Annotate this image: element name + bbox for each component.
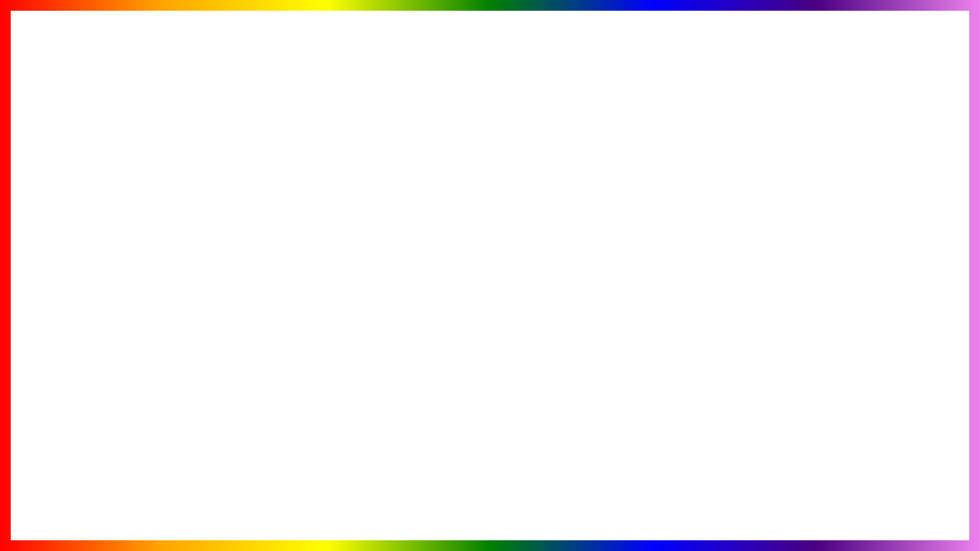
blue-sq-4 bbox=[914, 240, 925, 250]
following-stat: 0 Following bbox=[343, 82, 413, 98]
character-figure: THRASHER bbox=[76, 266, 290, 511]
following-count: 0 bbox=[343, 82, 351, 98]
profile-info: ⊞ SubTo_climber352 @climber352 47 Friend… bbox=[129, 26, 413, 98]
svg-point-26 bbox=[103, 407, 131, 429]
new-banner: NEW bbox=[927, 222, 969, 251]
svg-rect-13 bbox=[143, 297, 157, 339]
followers-label: Followers bbox=[253, 82, 312, 98]
svg-rect-12 bbox=[146, 278, 220, 305]
banner-line2: names!! bbox=[769, 63, 939, 112]
svg-point-9 bbox=[101, 99, 107, 105]
svg-text:THRASHER: THRASHER bbox=[165, 370, 221, 381]
modal-body: 16/20 Important: Your display name can o… bbox=[383, 220, 903, 420]
followers-stat: 177 Followers bbox=[226, 82, 312, 98]
character-svg: THRASHER bbox=[76, 266, 290, 511]
avatar-container bbox=[26, 26, 118, 118]
char-count: 16/20 bbox=[401, 282, 885, 294]
svg-rect-7 bbox=[93, 60, 101, 71]
svg-rect-15 bbox=[196, 306, 210, 316]
sidebar-grid bbox=[939, 50, 959, 70]
banner-line1: display bbox=[777, 16, 930, 66]
svg-rect-24 bbox=[230, 347, 267, 416]
stats-row: 47 Friends 177 Followers 0 Following bbox=[129, 82, 413, 98]
svg-rect-28 bbox=[149, 431, 183, 500]
blue-squares-decoration bbox=[901, 227, 925, 250]
blue-sq-1 bbox=[901, 227, 912, 237]
stat-divider-2 bbox=[327, 83, 328, 98]
modal-close-button[interactable]: × bbox=[875, 187, 885, 204]
svg-point-35 bbox=[779, 416, 874, 510]
modal-title: Change Display Name bbox=[401, 185, 570, 205]
display-name-row: ⊞ SubTo_climber352 bbox=[129, 26, 413, 54]
friends-count: 47 bbox=[129, 82, 145, 98]
cancel-button[interactable]: Cancel bbox=[650, 358, 760, 399]
svg-rect-29 bbox=[187, 431, 221, 500]
stat-divider-1 bbox=[210, 83, 211, 98]
svg-rect-19 bbox=[172, 334, 194, 347]
following-label: Following bbox=[354, 82, 413, 98]
blue-sq-2 bbox=[914, 227, 925, 237]
character-area: THRASHER Show Items bbox=[11, 237, 355, 540]
new-banner-text: NEW bbox=[936, 230, 961, 243]
display-name-icon: ⊞ bbox=[129, 28, 147, 53]
about-text: out bbox=[26, 191, 45, 207]
friends-stat: 47 Friends bbox=[129, 82, 194, 98]
sidebar-menu-icon[interactable] bbox=[938, 22, 959, 38]
important-notice: Important: Your display name can only be… bbox=[401, 303, 885, 340]
followers-count: 177 bbox=[226, 82, 249, 98]
svg-rect-5 bbox=[78, 63, 89, 70]
roblox-logo-text: ROBLOX bbox=[906, 512, 949, 523]
user-badge-icon bbox=[97, 97, 111, 111]
modal-actions: Save Cancel bbox=[401, 358, 885, 405]
display-name-input[interactable] bbox=[401, 238, 885, 277]
change-display-name-modal: Change Display Name × 16/20 Important: Y… bbox=[383, 168, 903, 420]
svg-point-27 bbox=[235, 407, 263, 429]
yellow-arrow bbox=[518, 34, 671, 164]
grid-icon-3 bbox=[939, 61, 948, 70]
save-button[interactable]: Save bbox=[526, 358, 638, 399]
grid-icon-1 bbox=[939, 50, 948, 59]
show-items-button[interactable]: Show Items bbox=[127, 491, 239, 521]
svg-rect-20 bbox=[133, 347, 233, 431]
friends-label: Friends bbox=[149, 82, 194, 98]
profile-username: @climber352 bbox=[129, 57, 413, 71]
edit-icon[interactable]: ✏ bbox=[51, 191, 61, 206]
avatar-badge bbox=[93, 93, 115, 115]
svg-rect-3 bbox=[47, 49, 96, 64]
arrow-svg bbox=[518, 34, 671, 164]
modal-header: Change Display Name × bbox=[383, 168, 903, 220]
display-names-banner: display names!! bbox=[769, 18, 939, 112]
svg-rect-6 bbox=[43, 60, 51, 71]
svg-rect-4 bbox=[55, 63, 66, 70]
grid-icon-2 bbox=[950, 50, 959, 59]
grid-icon-4 bbox=[950, 61, 959, 70]
profile-header: ⊞ SubTo_climber352 @climber352 47 Friend… bbox=[11, 11, 969, 179]
svg-rect-14 bbox=[156, 306, 170, 316]
right-sidebar bbox=[927, 11, 969, 229]
roblox-watermark: ROBLOX bbox=[900, 509, 956, 527]
blue-sq-3 bbox=[901, 240, 912, 250]
profile-display-name: SubTo_climber352 bbox=[153, 26, 369, 54]
